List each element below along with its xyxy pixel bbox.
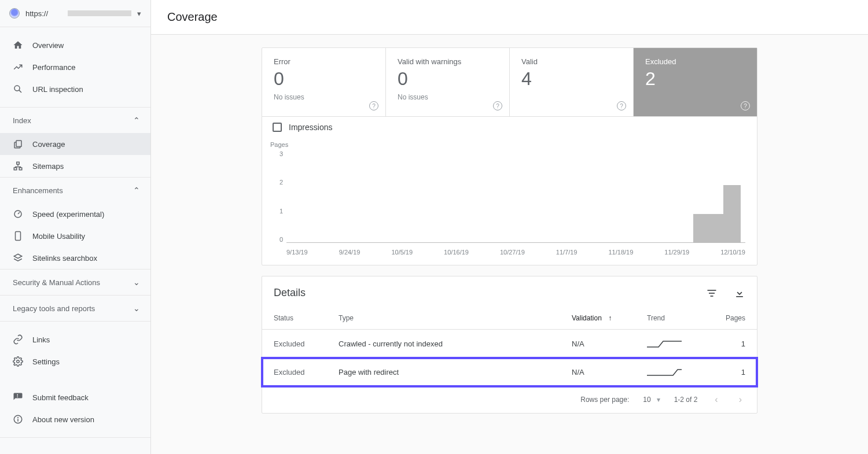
details-title: Details bbox=[274, 287, 306, 299]
range-label: 1-2 of 2 bbox=[674, 396, 698, 404]
details-header: Details bbox=[262, 276, 757, 307]
sidebar-item-label: Submit feedback bbox=[32, 393, 89, 402]
section-legacy[interactable]: Legacy tools and reports ⌄ bbox=[0, 296, 150, 321]
sidebar-item-label: Links bbox=[32, 335, 50, 344]
gear-icon bbox=[13, 356, 23, 367]
cell-status: Excluded bbox=[262, 358, 327, 386]
layers-icon bbox=[13, 253, 23, 263]
svg-rect-15 bbox=[708, 290, 716, 291]
xtick: 10/5/19 bbox=[391, 249, 413, 256]
svg-rect-8 bbox=[16, 232, 21, 241]
col-trend[interactable]: Trend bbox=[635, 307, 705, 330]
xtick: 11/7/19 bbox=[556, 249, 578, 256]
nav-main-group: Overview Performance URL inspection bbox=[0, 27, 150, 107]
sidebar-item-label: URL inspection bbox=[32, 85, 83, 94]
section-index[interactable]: Index ⌃ bbox=[0, 108, 150, 133]
section-security[interactable]: Security & Manual Actions ⌄ bbox=[0, 270, 150, 295]
chevron-down-icon: ⌄ bbox=[133, 304, 140, 313]
tab-label: Valid with warnings bbox=[398, 57, 498, 66]
col-status[interactable]: Status bbox=[262, 307, 327, 330]
impressions-label: Impressions bbox=[289, 123, 332, 132]
xtick: 9/24/19 bbox=[339, 249, 361, 256]
status-tabs: Error 0 No issues ? Valid with warnings … bbox=[262, 48, 757, 116]
sidebar-item-label: Overview bbox=[32, 41, 64, 50]
cell-validation: N/A bbox=[560, 330, 635, 358]
section-label: Security & Manual Actions bbox=[13, 278, 100, 287]
tab-excluded[interactable]: Excluded 2 ? bbox=[634, 48, 757, 116]
sidebar-item-settings[interactable]: Settings bbox=[0, 350, 150, 372]
xtick: 9/13/19 bbox=[286, 249, 308, 256]
cell-validation: N/A bbox=[560, 358, 635, 386]
sidebar-item-about[interactable]: About new version bbox=[0, 408, 150, 430]
svg-rect-3 bbox=[17, 162, 20, 164]
xtick: 11/18/19 bbox=[608, 249, 633, 256]
cell-trend bbox=[635, 358, 705, 386]
col-type[interactable]: Type bbox=[327, 307, 560, 330]
svg-line-7 bbox=[18, 212, 20, 214]
tab-value: 2 bbox=[645, 68, 745, 90]
sidebar-item-url-inspection[interactable]: URL inspection bbox=[0, 78, 150, 100]
svg-rect-4 bbox=[14, 168, 17, 170]
sidebar-item-label: Performance bbox=[32, 63, 75, 72]
table-row[interactable]: Excluded Crawled - currently not indexed… bbox=[262, 330, 757, 358]
page-title: Coverage bbox=[167, 10, 218, 24]
sidebar-item-label: Coverage bbox=[32, 140, 65, 149]
sidebar-item-performance[interactable]: Performance bbox=[0, 56, 150, 78]
help-icon[interactable]: ? bbox=[617, 101, 626, 110]
sidebar-item-sitelinks[interactable]: Sitelinks searchbox bbox=[0, 247, 150, 269]
chart-baseline bbox=[286, 242, 745, 243]
home-icon bbox=[13, 40, 23, 50]
xtick: 12/10/19 bbox=[720, 249, 745, 256]
tab-sub: No issues bbox=[274, 93, 374, 101]
sitemap-icon bbox=[13, 161, 23, 171]
table-row[interactable]: Excluded Page with redirect N/A 1 bbox=[262, 358, 757, 386]
sidebar-item-speed[interactable]: Speed (experimental) bbox=[0, 203, 150, 225]
rows-per-page-select[interactable]: 10 ▾ bbox=[643, 396, 660, 404]
col-pages[interactable]: Pages bbox=[705, 307, 757, 330]
chart-plot bbox=[286, 150, 745, 243]
property-selector[interactable]: https:// ▾ bbox=[0, 0, 150, 27]
chart-grid: 3 2 1 0 bbox=[270, 150, 745, 243]
sidebar-item-label: Sitemaps bbox=[32, 162, 64, 171]
nav-bottom-group: Links Settings bbox=[0, 322, 150, 379]
svg-point-0 bbox=[14, 86, 20, 91]
pages-icon bbox=[13, 139, 23, 149]
impressions-checkbox[interactable] bbox=[273, 123, 282, 132]
tab-valid[interactable]: Valid 4 ? bbox=[510, 48, 634, 116]
sidebar-item-mobile-usability[interactable]: Mobile Usability bbox=[0, 225, 150, 247]
sidebar-item-coverage[interactable]: Coverage bbox=[0, 133, 150, 155]
section-label: Enhancements bbox=[13, 186, 63, 195]
chevron-up-icon: ⌃ bbox=[133, 116, 140, 125]
cell-status: Excluded bbox=[262, 330, 327, 358]
y-axis: 3 2 1 0 bbox=[270, 150, 283, 243]
help-icon[interactable]: ? bbox=[741, 101, 750, 110]
svg-line-1 bbox=[19, 90, 21, 93]
next-page-button[interactable]: › bbox=[735, 394, 745, 405]
chevron-down-icon: ⌄ bbox=[133, 278, 140, 287]
cell-type: Crawled - currently not indexed bbox=[327, 330, 560, 358]
sidebar-item-sitemaps[interactable]: Sitemaps bbox=[0, 155, 150, 177]
help-icon[interactable]: ? bbox=[493, 101, 502, 110]
property-blur bbox=[68, 10, 131, 16]
svg-rect-17 bbox=[711, 296, 713, 297]
section-label: Legacy tools and reports bbox=[13, 304, 95, 313]
ytick: 1 bbox=[270, 208, 283, 215]
details-table: Status Type Validation ↑ Trend Pages bbox=[262, 307, 757, 386]
ytick: 3 bbox=[270, 150, 283, 157]
filter-icon[interactable] bbox=[706, 287, 718, 299]
section-enhancements[interactable]: Enhancements ⌃ bbox=[0, 178, 150, 203]
cell-trend bbox=[635, 330, 705, 358]
tab-error[interactable]: Error 0 No issues ? bbox=[262, 48, 386, 116]
sidebar-item-feedback[interactable]: Submit feedback bbox=[0, 386, 150, 408]
sidebar-item-overview[interactable]: Overview bbox=[0, 34, 150, 56]
download-icon[interactable] bbox=[734, 287, 745, 299]
sidebar-item-links[interactable]: Links bbox=[0, 328, 150, 350]
tab-value: 0 bbox=[398, 68, 498, 90]
prev-page-button[interactable]: ‹ bbox=[711, 394, 721, 405]
caret-down-icon: ▾ bbox=[657, 396, 660, 404]
help-icon[interactable]: ? bbox=[369, 101, 378, 110]
col-validation[interactable]: Validation ↑ bbox=[560, 307, 635, 330]
xtick: 10/27/19 bbox=[500, 249, 525, 256]
tab-valid-with-warnings[interactable]: Valid with warnings 0 No issues ? bbox=[386, 48, 510, 116]
sidebar-item-label: Speed (experimental) bbox=[32, 210, 104, 219]
